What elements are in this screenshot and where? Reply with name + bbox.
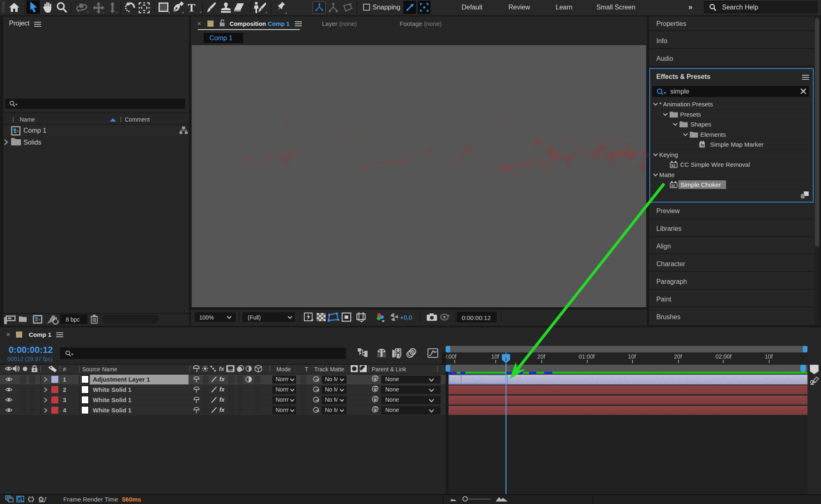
svg-text:32: 32 [671,163,676,168]
svg-text:fx: fx [701,143,704,147]
svg-text:32: 32 [671,183,676,188]
